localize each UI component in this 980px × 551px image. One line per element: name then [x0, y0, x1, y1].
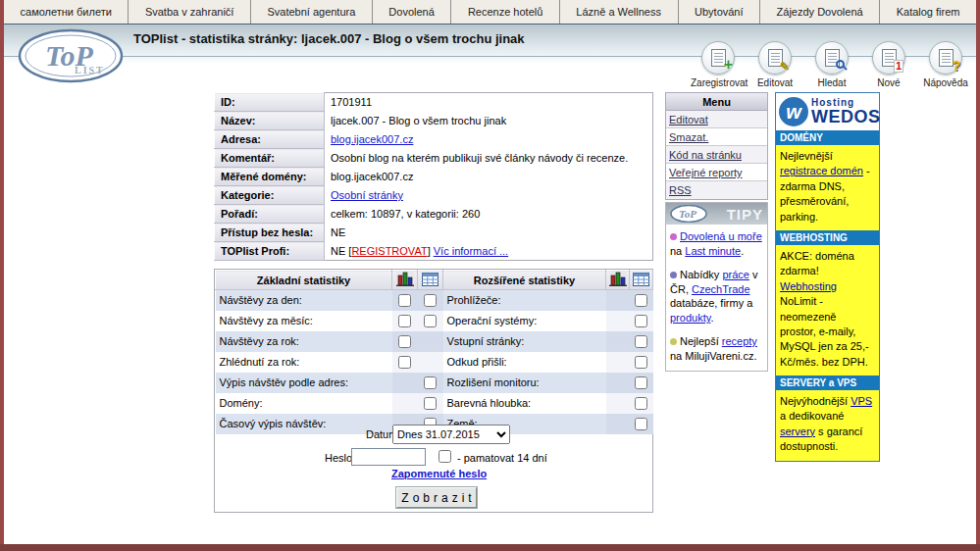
stats-label: Výpis návštěv podle adres:	[216, 373, 392, 393]
menu-item-link[interactable]: Veřejné reporty	[669, 167, 743, 178]
top-tab[interactable]: Zájezdy Dovolená	[760, 0, 880, 24]
text-run: Nejlevnější	[780, 150, 833, 162]
stats-table-checkbox[interactable]	[635, 315, 647, 327]
text-link[interactable]: recepty	[722, 335, 757, 347]
svg-text:ToP: ToP	[679, 208, 696, 220]
site-info-table: ID:1701911Název:ljacek.007 - Blog o všem…	[214, 92, 653, 261]
top-tab[interactable]: Recenze hotelů	[451, 0, 559, 24]
top-tab[interactable]: Ubytování	[679, 0, 761, 24]
menu-item-kdnastrnku[interactable]: Kód na stránku	[666, 146, 767, 164]
zobrazit-button[interactable]: Zobrazit	[396, 487, 477, 508]
text-link[interactable]: servery	[780, 426, 815, 437]
text-link[interactable]: registrace domén	[780, 165, 863, 176]
stats-checkbox-cell	[606, 414, 630, 434]
text-link[interactable]: práce	[722, 269, 749, 280]
text-link[interactable]: REGISTROVAT	[351, 245, 427, 257]
text-link[interactable]: produkty	[670, 312, 710, 324]
text-link[interactable]: Osobní stránky	[331, 189, 403, 201]
text-link[interactable]: Víc informací ...	[434, 245, 508, 257]
info-row: Adresa:blog.ijacek007.cz	[215, 130, 653, 149]
text-link[interactable]: Dovolená u moře	[680, 230, 762, 242]
stats-table-checkbox[interactable]	[635, 356, 647, 369]
stats-checkbox-cell	[418, 290, 443, 311]
stats-checkbox-cell	[630, 373, 653, 393]
menu-item-link[interactable]: RSS	[669, 184, 692, 196]
menu-item-smazat[interactable]: Smazat.	[666, 128, 767, 146]
edit-pencil-button[interactable]: ✎Editovat	[748, 41, 802, 88]
stats-checkbox-cell	[392, 352, 418, 373]
magnifier-glyph	[836, 60, 845, 69]
text-link[interactable]: VPS	[851, 395, 872, 407]
menu-item-link[interactable]: Kód na stránku	[669, 149, 742, 161]
text-run: databáze, firmy a	[670, 297, 752, 309]
menu-item-editovat[interactable]: Editovat	[666, 111, 767, 128]
info-label: TOPlist Profi:	[215, 242, 325, 261]
tip-item: Dovolená u moře na Last minute.	[670, 229, 763, 259]
top-tab[interactable]: Svatební agentura	[251, 0, 373, 24]
info-value: NE	[325, 224, 653, 242]
tips-header: ToP TIPY	[666, 203, 767, 225]
table-icon	[418, 271, 443, 290]
text-link[interactable]: CzechTrade	[692, 283, 750, 295]
heslo-input[interactable]	[351, 448, 426, 466]
menu-item-link[interactable]: Smazat.	[669, 131, 708, 143]
info-value: NE [REGISTROVAT] Víc informací ...	[325, 242, 653, 261]
top-tab[interactable]: Svatba v zahraničí	[129, 0, 251, 24]
text-run: na MilujiVareni.cz.	[670, 350, 756, 362]
stats-table-checkbox[interactable]	[424, 397, 437, 410]
menu-item-veejnreporty[interactable]: Veřejné reporty	[666, 164, 767, 181]
stats-checkbox-cell	[630, 414, 653, 434]
info-label: Pořadí:	[215, 205, 325, 224]
stats-table-checkbox[interactable]	[635, 335, 647, 348]
text-run: Nejvýhodnější	[780, 395, 851, 407]
stats-label: Odkud přišli:	[443, 352, 606, 373]
tips-box: ToP TIPY Dovolená u moře na Last minute.…	[665, 202, 768, 372]
document-glyph	[939, 49, 954, 67]
toolbar-label: Nápověda	[918, 77, 973, 88]
stats-table-checkbox[interactable]	[635, 376, 647, 389]
menu-item-link[interactable]: Editovat	[669, 114, 708, 125]
menu-item-rss[interactable]: RSS	[666, 181, 767, 199]
stats-checkbox-cell	[606, 311, 630, 331]
stats-checkbox-cell	[630, 352, 653, 373]
remember-label: - pamatovat 14 dní	[457, 452, 547, 464]
remember-checkbox[interactable]	[438, 450, 451, 463]
stats-table-checkbox[interactable]	[424, 294, 437, 307]
stats-table-checkbox[interactable]	[635, 418, 647, 430]
top-tab[interactable]: Lázně a Wellness	[560, 0, 679, 24]
stats-graph-checkbox[interactable]	[398, 356, 411, 369]
forgot-password-link[interactable]: Zapomenuté heslo	[391, 468, 487, 479]
text-link[interactable]: blog.ijacek007.cz	[331, 133, 413, 145]
top-tab[interactable]: Katalog firem	[880, 0, 976, 24]
new-document-button[interactable]: 1Nové	[861, 41, 916, 88]
new-document-icon: 1	[872, 41, 905, 75]
stats-checkbox-cell	[418, 373, 443, 393]
stats-checkbox-cell	[606, 352, 630, 373]
top-tab[interactable]: Dovolená	[373, 0, 452, 24]
wedos-section-body: AKCE: doména zdarma! Webhosting NoLimit …	[776, 245, 879, 376]
wedos-ad[interactable]: w Hosting WEDOS DOMÉNYNejlevnější regist…	[775, 92, 880, 462]
stats-graph-checkbox[interactable]	[398, 315, 411, 327]
table-icon	[630, 271, 653, 290]
stats-label: Návštěvy za rok:	[216, 331, 392, 352]
toolbar: +Zaregistrovat✎EditovatHledat1Nové?Nápov…	[691, 41, 973, 88]
text-run: celkem: 10897, v kategorii: 260	[331, 208, 480, 220]
stats-checkbox-cell	[630, 290, 653, 311]
text-link[interactable]: Last minute	[685, 245, 741, 257]
stats-table-checkbox[interactable]	[635, 397, 647, 410]
search-magnifier-button[interactable]: Hledat	[804, 41, 859, 88]
text-link[interactable]: Webhosting	[780, 280, 837, 292]
top-tab-bar: самолетни билетиSvatba v zahraničíSvateb…	[4, 0, 976, 25]
datum-select[interactable]: Dnes 31.07.2015	[392, 425, 510, 444]
top-tab[interactable]: самолетни билети	[4, 0, 129, 24]
help-question-button[interactable]: ?Nápověda	[918, 41, 973, 88]
info-row: TOPlist Profi:NE [REGISTROVAT] Víc infor…	[215, 242, 653, 261]
stats-graph-checkbox[interactable]	[398, 294, 411, 307]
stats-graph-checkbox[interactable]	[398, 335, 411, 348]
stats-row: Návštěvy za měsíc:Operační systémy:	[216, 311, 653, 331]
stats-table-checkbox[interactable]	[424, 315, 437, 327]
register-plus-button[interactable]: +Zaregistrovat	[691, 41, 746, 88]
info-row: Název:ljacek.007 - Blog o všem trochu ji…	[215, 112, 653, 130]
stats-table-checkbox[interactable]	[635, 294, 647, 307]
stats-table-checkbox[interactable]	[424, 376, 437, 389]
